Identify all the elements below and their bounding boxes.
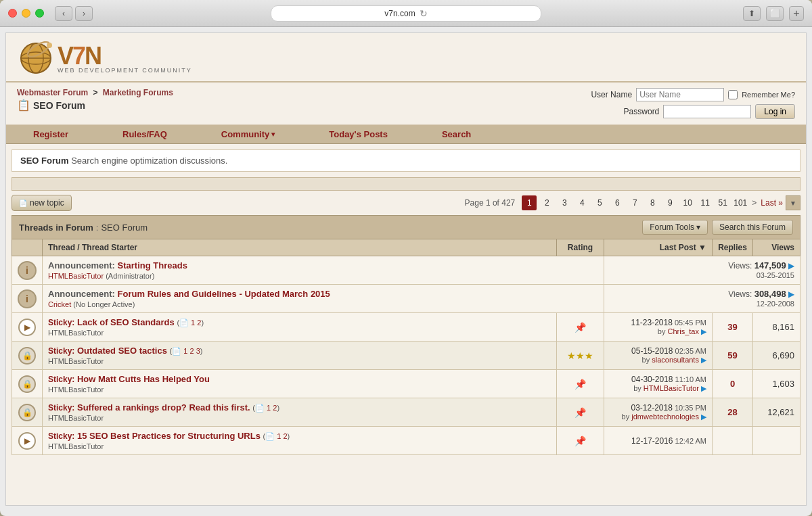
page-1[interactable]: 1 [522,195,537,210]
logo-area: V7N WEB DEVELOPMENT COMMUNITY [17,40,192,77]
minimize-button[interactable] [22,9,30,18]
search-forum-button[interactable]: Search this Forum [712,220,793,235]
page-last[interactable]: Last » [761,198,783,208]
stars-icon-2: ★★★ [567,350,593,361]
page-10[interactable]: 10 [680,195,695,210]
lastpost-user-4[interactable]: jdmwebtechnologies [631,413,699,421]
password-row: Password Log in [624,104,795,119]
new-topic-button[interactable]: 📄 new topic [12,195,72,211]
breadcrumb-webmaster[interactable]: Webmaster Forum [17,88,88,97]
rating-cell-2: ★★★ [557,342,604,370]
announce-link-2[interactable]: Forum Rules and Guidelines - Updated Mar… [118,289,330,299]
nav-todays-posts[interactable]: Today's Posts [302,125,415,143]
nav-register[interactable]: Register [6,125,95,143]
lastpost-user-3[interactable]: HTMLBasicTutor [644,384,699,392]
page-8[interactable]: 8 [645,195,660,210]
page-51[interactable]: 51 [715,195,730,210]
forum-desc-text: Search engine optimization discussions. [71,156,227,166]
forum-tools-button[interactable]: Forum Tools ▾ [642,220,708,235]
announce-icon-2: i [18,289,37,308]
password-input[interactable] [663,105,751,118]
replies-link-4[interactable]: 28 [727,407,737,417]
rating-cell-3: 📌 [557,370,604,398]
thread-pages-1: (📄 1 2) [177,319,204,327]
thread-link-1[interactable]: Lack of SEO Standards [77,317,175,327]
new-tab-button[interactable]: + [789,6,804,21]
rating-cell-4: 📌 [557,398,604,427]
nav-search[interactable]: Search [415,125,498,143]
browser-window: ‹ › v7n.com ↻ ⬆ ⬜ + [0,0,812,516]
thread-link-3[interactable]: How Matt Cutts Has Helped You [77,374,210,384]
breadcrumb-area: Webmaster Forum > Marketing Forums 📋 SEO… [17,88,173,112]
page-7[interactable]: 7 [627,195,642,210]
maximize-button[interactable] [35,9,44,18]
page-9[interactable]: 9 [662,195,677,210]
reload-icon[interactable]: ↻ [420,8,428,19]
announce-stats-1: Views: 147,509 ▶ 03-25-2015 [604,256,800,285]
lastpost-cell-4: 03-12-2018 10:35 PM by jdmwebtechnologie… [604,398,713,427]
lastpost-cell-3: 04-30-2018 11:10 AM by HTMLBasicTutor ▶ [604,370,713,398]
announce-link-1[interactable]: Starting Threads [118,260,187,271]
pagination-toggle[interactable]: ▼ [786,195,800,210]
login-form: User Name Remember Me? Password Log in [591,88,795,119]
lastpost-cell-2: 05-15-2018 02:35 AM by slaconsultants ▶ [604,342,713,370]
thread-pages-5: (📄 1 2) [263,432,290,440]
nav-community[interactable]: Community ▾ [194,125,302,143]
thread-link-2[interactable]: Outdated SEO tactics [77,346,167,356]
thumbtack-icon-3: 📌 [574,379,586,390]
thread-icon-5: ▶ [18,432,36,450]
back-button[interactable]: ‹ [55,6,72,21]
thread-icon-1: ▶ [18,319,36,336]
announce-meta-2: Cricket (No Longer Active) [48,300,598,308]
new-topic-icon: 📄 [19,200,27,207]
views-cell-5 [753,427,800,455]
header-top: Webmaster Forum > Marketing Forums 📋 SEO… [6,83,806,125]
thread-link-4[interactable]: Suffered a rankings drop? Read this firs… [77,402,250,413]
username-input[interactable] [636,88,724,101]
tab-button[interactable]: ⬜ [766,6,784,21]
forum-description: SEO Forum Search engine optimization dis… [12,149,800,172]
lastpost-cell-5: 12-17-2016 12:42 AM [604,427,713,455]
announce-starter-2[interactable]: Cricket [48,300,71,308]
announce-content-cell-1: Announcement: Starting Threads HTMLBasic… [43,256,604,285]
replies-link-3[interactable]: 0 [730,379,735,389]
replies-cell-5 [713,427,753,455]
nav-rules-faq[interactable]: Rules/FAQ [95,125,194,143]
url-bar[interactable]: v7n.com ↻ [271,5,541,22]
remember-label: Remember Me? [742,91,795,99]
page-5[interactable]: 5 [592,195,607,210]
sticky-label-4: Sticky: [48,403,74,413]
page-2[interactable]: 2 [539,195,554,210]
remember-checkbox[interactable] [728,90,738,99]
forward-button[interactable]: › [75,6,93,21]
share-button[interactable]: ⬆ [743,6,761,21]
page-101[interactable]: 101 [733,195,748,210]
rating-cell-1: 📌 [557,313,604,342]
page-3[interactable]: 3 [557,195,572,210]
lastpost-user-1[interactable]: Chris_tax [667,327,698,335]
announce-stat-icon-2: ▶ [788,289,794,299]
announce-starter-1[interactable]: HTMLBasicTutor [48,272,104,280]
login-button[interactable]: Log in [755,104,795,119]
page-6[interactable]: 6 [610,195,625,210]
page-4[interactable]: 4 [574,195,589,210]
announce-label-2: Announcement: [48,289,115,299]
page-11[interactable]: 11 [698,195,713,210]
window-controls [8,9,44,18]
close-button[interactable] [8,9,17,18]
lastpost-arrow-1: ▶ [701,327,706,335]
replies-link-1[interactable]: 39 [727,322,737,332]
forum-tools-arrow-icon: ▾ [696,222,700,232]
lastpost-user-2[interactable]: slaconsultants [652,356,699,364]
replies-cell-1: 39 [713,313,753,342]
thread-row-2: 🔒 Sticky: Outdated SEO tactics (📄 1 2 3)… [12,342,800,370]
username-label: User Name [591,90,632,99]
thread-link-5[interactable]: 15 SEO Best Practices for Structuring UR… [77,431,261,441]
lastpost-arrow-4: ▶ [701,413,706,421]
replies-link-2[interactable]: 59 [727,350,737,360]
thread-title-cell-4: Sticky: Suffered a rankings drop? Read t… [43,398,557,427]
thread-title-cell-1: Sticky: Lack of SEO Standards (📄 1 2) HT… [43,313,557,342]
announce-icon-cell-1: i [12,256,43,285]
thumbtack-icon-5: 📌 [574,436,586,446]
breadcrumb-marketing[interactable]: Marketing Forums [103,88,173,97]
